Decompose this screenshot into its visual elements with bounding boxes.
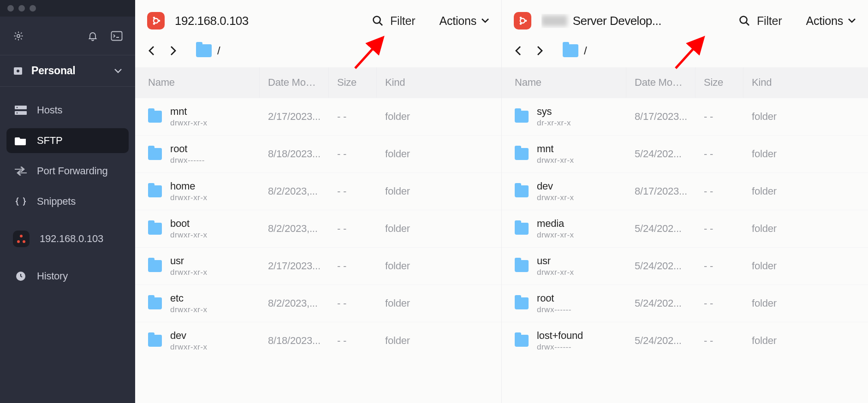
svg-line-14 (380, 23, 382, 25)
file-kind: folder (743, 290, 868, 317)
file-row[interactable]: media drwxr-xr-x 5/24/202... - - folder (502, 210, 868, 247)
file-name: home (170, 180, 208, 192)
svg-point-15 (520, 18, 525, 23)
file-date: 8/2/2023,... (260, 178, 329, 205)
bell-icon (87, 30, 98, 41)
folder-icon (515, 148, 529, 160)
file-row[interactable]: mnt drwxr-xr-x 5/24/202... - - folder (502, 135, 868, 172)
svg-point-10 (158, 20, 161, 22)
traffic-light-close[interactable] (7, 5, 14, 12)
folder-icon (563, 44, 578, 57)
pane-header: 192.168.0.103 Filter Actions (135, 0, 501, 41)
file-row[interactable]: root drwx------ 8/18/2023... - - folder (135, 135, 501, 172)
port-forwarding-icon (15, 165, 27, 177)
file-date: 2/17/2023... (260, 253, 329, 279)
file-row[interactable]: lost+found drwx------ 5/24/202... - - fo… (502, 322, 868, 359)
svg-point-12 (153, 23, 155, 25)
file-row[interactable]: mnt drwxr-xr-x 2/17/2023... - - folder (135, 98, 501, 135)
file-row[interactable]: etc drwxr-xr-x 8/2/2023,... - - folder (135, 284, 501, 322)
settings-button[interactable] (11, 29, 26, 43)
file-name: media (537, 218, 574, 230)
vault-selector[interactable]: Personal (0, 55, 135, 87)
file-kind: folder (743, 215, 868, 242)
file-row[interactable]: sys dr-xr-xr-x 8/17/2023... - - folder (502, 98, 868, 135)
file-row[interactable]: root drwx------ 5/24/202... - - folder (502, 284, 868, 322)
actions-menu-button[interactable]: Actions (806, 14, 856, 28)
file-kind: folder (377, 215, 501, 242)
terminal-button[interactable] (109, 29, 124, 43)
sidebar-item-sftp[interactable]: SFTP (6, 128, 129, 153)
sidebar-item-label: Hosts (37, 104, 62, 116)
sidebar-item-snippets[interactable]: Snippets (6, 189, 129, 214)
filter-button[interactable]: Filter (738, 14, 782, 28)
sftp-dual-pane: 192.168.0.103 Filter Actions / Name Date… (135, 0, 868, 403)
path-display[interactable]: / (196, 44, 220, 57)
file-size: - - (329, 253, 377, 279)
file-name: lost+found (537, 330, 583, 342)
file-date: 8/17/2023... (626, 103, 696, 130)
file-date: 2/17/2023... (260, 103, 329, 130)
file-row[interactable]: usr drwxr-xr-x 2/17/2023... - - folder (135, 247, 501, 284)
history-icon (15, 270, 27, 282)
column-header-name[interactable]: Name (135, 67, 260, 98)
path-display[interactable]: / (563, 44, 587, 57)
column-header-date[interactable]: Date Modifi... (260, 67, 329, 98)
folder-icon (148, 335, 162, 347)
left-pane: 192.168.0.103 Filter Actions / Name Date… (135, 0, 501, 403)
folder-icon (148, 223, 162, 235)
actions-label: Actions (439, 14, 476, 28)
host-title: 192.168.0.103 (175, 14, 249, 28)
search-icon (372, 15, 384, 27)
column-header-kind[interactable]: Kind (377, 67, 501, 98)
file-row[interactable]: usr drwxr-xr-x 5/24/202... - - folder (502, 247, 868, 284)
notifications-button[interactable] (85, 29, 100, 43)
column-header-size[interactable]: Size (329, 67, 377, 98)
nav-back-button[interactable] (148, 46, 155, 56)
column-header-name[interactable]: Name (502, 67, 626, 98)
sidebar-item-port-forwarding[interactable]: Port Forwarding (6, 159, 129, 184)
file-size: - - (696, 253, 743, 279)
nav-forward-button[interactable] (537, 46, 543, 56)
nav-back-button[interactable] (515, 46, 521, 56)
traffic-light-zoom[interactable] (30, 5, 36, 12)
host-os-badge (514, 12, 531, 30)
window-titlebar (0, 0, 135, 17)
sidebar-item-host-ip[interactable]: 192.168.0.103 (6, 224, 129, 254)
column-header-kind[interactable]: Kind (743, 67, 868, 98)
file-permissions: drwx------ (537, 305, 571, 314)
chevron-down-icon (481, 18, 489, 24)
file-size: - - (329, 290, 377, 317)
sidebar: Personal Hosts SFTP Port Forwarding (0, 0, 135, 403)
svg-point-11 (153, 17, 155, 19)
file-kind: folder (743, 141, 868, 167)
file-size: - - (696, 178, 743, 205)
file-name: mnt (537, 143, 574, 155)
svg-point-18 (520, 23, 522, 25)
file-row[interactable]: dev drwxr-xr-x 8/17/2023... - - folder (502, 172, 868, 210)
traffic-light-minimize[interactable] (18, 5, 25, 12)
chevron-left-icon (148, 46, 155, 56)
sidebar-item-history[interactable]: History (6, 264, 129, 289)
folder-icon (148, 185, 162, 197)
column-header-date[interactable]: Date Modifi... (626, 67, 696, 98)
svg-point-6 (17, 107, 18, 108)
file-date: 5/24/202... (626, 141, 696, 167)
column-header-size[interactable]: Size (696, 67, 743, 98)
sidebar-utility-row (0, 17, 135, 55)
nav-forward-button[interactable] (170, 46, 177, 56)
filter-button[interactable]: Filter (372, 14, 415, 28)
gear-icon (13, 30, 24, 41)
file-row[interactable]: dev drwxr-xr-x 8/18/2023... - - folder (135, 322, 501, 359)
file-permissions: drwxr-xr-x (170, 119, 208, 128)
file-permissions: drwxr-xr-x (537, 156, 574, 165)
actions-menu-button[interactable]: Actions (439, 14, 489, 28)
file-permissions: drwxr-xr-x (170, 268, 208, 277)
file-date: 5/24/202... (626, 253, 696, 279)
file-row[interactable]: home drwxr-xr-x 8/2/2023,... - - folder (135, 172, 501, 210)
file-permissions: drwxr-xr-x (537, 268, 574, 277)
file-row[interactable]: boot drwxr-xr-x 8/2/2023,... - - folder (135, 210, 501, 247)
folder-icon (148, 260, 162, 272)
chevron-right-icon (537, 46, 543, 56)
pane-header: xxxxServer Develop... Filter Actions (502, 0, 868, 41)
sidebar-item-hosts[interactable]: Hosts (6, 98, 129, 123)
